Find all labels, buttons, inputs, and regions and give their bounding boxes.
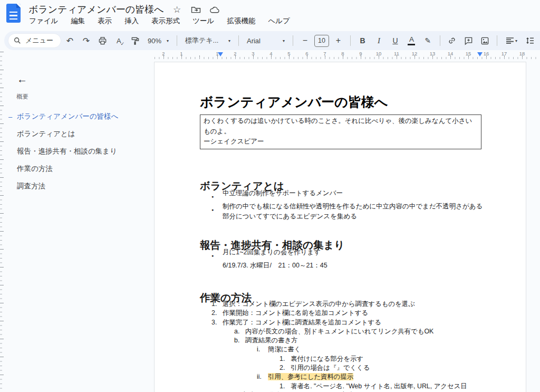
- bullet-icon: ●: [211, 188, 223, 202]
- move-folder-icon[interactable]: [190, 4, 202, 15]
- outline-item[interactable]: – 調査方法: [5, 177, 153, 195]
- toolbar-divider: [350, 35, 351, 46]
- italic-button[interactable]: I: [372, 34, 386, 47]
- cloud-status-icon[interactable]: [209, 4, 221, 15]
- outline-item-active[interactable]: – ボランティアメンバーの皆様へ: [5, 108, 153, 125]
- list-item: 2.引用の場合は『』でくくる: [200, 364, 526, 372]
- zoom-value: 90%: [148, 37, 161, 45]
- menus-search-button[interactable]: メニュー: [8, 34, 61, 47]
- menu-help[interactable]: ヘルプ: [268, 16, 290, 26]
- close-outline-button[interactable]: ←: [15, 72, 30, 87]
- menu-view[interactable]: 表示: [98, 16, 112, 26]
- font-size-value: 10: [318, 37, 325, 44]
- highlight-color-button[interactable]: ✎: [421, 34, 435, 47]
- left-indent-marker[interactable]: [218, 52, 223, 56]
- insert-image-button[interactable]: [478, 34, 492, 47]
- align-button[interactable]: ▾: [502, 34, 521, 47]
- menubar: ファイル 編集 表示 挿入 表示形式 ツール 拡張機能 ヘルプ: [29, 16, 290, 26]
- ruler-number: 5: [287, 51, 290, 56]
- undo-button[interactable]: ↶: [63, 34, 77, 47]
- paint-format-button[interactable]: [128, 34, 142, 47]
- font-value: Arial: [247, 37, 261, 45]
- add-comment-button[interactable]: [461, 34, 476, 47]
- list-item: a.内容が長文の場合、別ドキュメントにいれてリンク共有でもOK: [200, 327, 526, 336]
- ruler-number: 7: [323, 51, 326, 56]
- font-select[interactable]: Arial ▾: [244, 34, 288, 47]
- line-spacing-button[interactable]: [523, 34, 537, 47]
- text-color-button[interactable]: A: [404, 34, 419, 47]
- list-item: b.調査結果の書き方: [200, 336, 526, 345]
- ruler-number: 2: [234, 51, 236, 56]
- insert-link-button[interactable]: [445, 34, 459, 47]
- list-item: 1.著者名. "ページ名. "Web サイト名, 出版年, URL, アクセス日: [200, 382, 526, 391]
- list-item: 1.選択：コメント欄のエビデンス表示の中から調査するものを選ぶ: [200, 300, 526, 309]
- document-title[interactable]: ボランティアメンバーの皆様へ: [28, 3, 164, 16]
- docs-icon-fold: [16, 4, 21, 8]
- document-page[interactable]: ボランティアメンバーの皆様へ わくわくするのは追いかけている時のことさ。それに比…: [154, 62, 526, 392]
- outline-item[interactable]: – ボランティアとは: [5, 125, 153, 142]
- font-size-input[interactable]: 10: [314, 35, 329, 47]
- menu-format[interactable]: 表示形式: [151, 16, 180, 26]
- toolbar-divider: [440, 35, 440, 46]
- paragraph-style-select[interactable]: 標準テキ... ▾: [182, 34, 234, 47]
- underline-button[interactable]: U: [388, 34, 402, 47]
- vertical-ruler: [0, 52, 5, 392]
- right-indent-marker[interactable]: [477, 52, 483, 56]
- list-item: 1.裏付けになる部分を示す: [200, 355, 526, 364]
- horizontal-ruler[interactable]: 21123456789101112131415161718: [0, 51, 540, 60]
- menu-edit[interactable]: 編集: [71, 16, 85, 26]
- google-docs-icon[interactable]: [6, 4, 21, 23]
- method-numbered-list: 1.選択：コメント欄のエビデンス表示の中から調査するものを選ぶ 2.作業開始：コ…: [200, 300, 526, 392]
- link-icon: [447, 36, 457, 45]
- quote-text: わくわくするのは追いかけている時のことさ。それに比べりゃ、後の楽しみなんて小さい…: [204, 116, 478, 137]
- document-outline-panel: ← 概要 – ボランティアメンバーの皆様へ – ボランティアとは – 報告・進捗…: [5, 59, 153, 392]
- italic-icon: I: [378, 36, 380, 45]
- chevron-down-icon: ▾: [228, 39, 230, 43]
- list-marker: a.: [234, 327, 245, 336]
- spellcheck-button[interactable]: A ✓: [112, 34, 126, 47]
- quote-attribution: ーシェイクスピアー: [204, 137, 478, 147]
- chevron-down-icon: ▾: [515, 39, 517, 43]
- outline-item-label: ボランティアとは: [17, 129, 75, 139]
- chevron-down-icon: ▾: [283, 39, 285, 43]
- print-button[interactable]: [95, 34, 110, 47]
- zoom-select[interactable]: 90% ▾: [144, 34, 172, 47]
- menu-insert[interactable]: 挿入: [124, 16, 139, 26]
- active-dash-icon: –: [8, 112, 12, 120]
- list-item: ii.引用、参考にした資料の提示: [200, 372, 526, 381]
- bullet-icon: ●: [211, 247, 223, 261]
- list-item: ● 中立理論の制作をサポートするメンバー: [200, 188, 485, 202]
- star-icon[interactable]: ☆: [171, 4, 183, 15]
- menu-file[interactable]: ファイル: [29, 16, 58, 26]
- docs-icon-lines: [9, 12, 17, 20]
- redo-button[interactable]: ↷: [79, 34, 93, 47]
- highlighted-text: 引用、参考にした資料の提示: [268, 373, 353, 380]
- list-item: ● 月に1~2回集まりの会を作ります: [200, 247, 485, 261]
- decrease-font-size-button[interactable]: −: [298, 34, 312, 47]
- outline-item[interactable]: – 報告・進捗共有・相談の集まり: [5, 142, 153, 160]
- menu-extensions[interactable]: 拡張機能: [227, 16, 255, 26]
- ruler-number: 9: [359, 51, 362, 56]
- increase-font-size-button[interactable]: +: [331, 34, 345, 47]
- toolbar-divider: [293, 35, 293, 46]
- list-item: 3.作業完了：コメント欄に調査結果を追加コメントする: [200, 318, 526, 327]
- outline-item[interactable]: – 作業の方法: [5, 160, 153, 177]
- highlighter-icon: ✎: [425, 36, 431, 45]
- image-icon: [480, 36, 489, 45]
- doc-heading-title: ボランティアメンバーの皆様へ: [200, 93, 388, 111]
- list-marker: 2.: [279, 364, 291, 372]
- list-item-text: 作業完了：コメント欄に調査結果を追加コメントする: [223, 319, 381, 326]
- list-marker: 2.: [211, 309, 223, 318]
- plus-icon: +: [336, 36, 341, 45]
- ruler-number: 18: [519, 51, 525, 56]
- bold-button[interactable]: B: [355, 34, 370, 47]
- outline-item-label: 作業の方法: [17, 164, 53, 174]
- ruler-number: 13: [430, 51, 436, 56]
- ruler-number: 10: [376, 51, 382, 56]
- undo-icon: ↶: [66, 36, 73, 46]
- line-spacing-icon: [526, 37, 534, 44]
- toolbar: メニュー ↶ ↷ A ✓ 90% ▾ 標準テキ... ▾ Aria: [4, 31, 540, 50]
- meeting-schedule-text: 6/19.7/3. 水曜日/ 21：00～21：45: [200, 261, 485, 271]
- ruler-number: 17: [502, 51, 507, 56]
- menu-tools[interactable]: ツール: [192, 16, 214, 26]
